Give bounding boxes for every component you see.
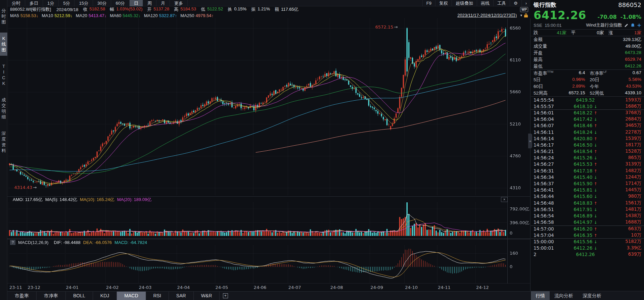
tick-row[interactable]: 14:56:246415.26 ↓865万 xyxy=(531,155,644,161)
indicator-tab[interactable]: 市盈率 xyxy=(7,292,37,300)
tick-row[interactable]: 14:55:576418.10 ↓1686万 xyxy=(531,103,644,109)
tick-list[interactable]: 14:55:546419.521593万14:55:576418.10 ↓168… xyxy=(531,97,644,258)
indicator-tab[interactable]: SAR xyxy=(169,292,194,300)
unlock-icon[interactable] xyxy=(524,13,528,17)
tick-row[interactable]: 14:55:546419.521593万 xyxy=(531,97,644,103)
pencil-icon[interactable] xyxy=(624,23,629,28)
period-toolbar: 分时多日1分5分15分30分60分日周月更多 F9 复权 超级叠加 画线 工具 … xyxy=(7,0,531,6)
y-axis-label: 792.00亿 xyxy=(510,206,530,212)
tick-row[interactable]: 14:56:046417.42 ↓2684万 xyxy=(531,116,644,122)
ma-label: MA120 xyxy=(144,13,158,18)
chevron-right-icon[interactable]: › xyxy=(521,0,531,6)
amo-values: AMO: 117.65亿MA(5): 148.42亿MA(10): 165.24… xyxy=(10,197,151,203)
tick-row[interactable]: 14:56:586414.97 ↓1688万 xyxy=(531,219,644,226)
field-label: 收 xyxy=(83,6,87,12)
add-indicator-icon[interactable]: + xyxy=(220,292,231,300)
quote-tab[interactable]: 行情 xyxy=(531,291,550,300)
adjust-price-button[interactable]: 复权 xyxy=(435,0,452,6)
volume-pane-header: AMO: 117.65亿MA(5): 148.42亿MA(10): 165.24… xyxy=(7,196,531,202)
plus-icon[interactable] xyxy=(637,23,641,28)
tick-row[interactable]: 14:56:376415.90 ↑1714万 xyxy=(531,180,644,187)
indicator-tab[interactable]: MACD xyxy=(117,292,146,300)
index-source: Wind主题行业指数 xyxy=(586,22,641,28)
tick-row[interactable]: 14:56:416415.81 ↓1445万 xyxy=(531,187,644,193)
tick-row[interactable]: 14:56:116418.24 ↓2278万 xyxy=(531,129,644,135)
tick-row[interactable]: 14:56:076418.46 ↑3465万 xyxy=(531,122,644,129)
sidebar-item[interactable]: 深度资料 xyxy=(0,128,7,156)
tick-row[interactable]: 14:56:176416.50 ↓1817万 xyxy=(531,142,644,148)
stat-row: 5日0.96%20日5.56% xyxy=(531,77,644,83)
tick-row[interactable]: 14:56:276415.53 ↑3139万 xyxy=(531,161,644,167)
tick-row[interactable]: 14:56:016418.22 ↑3768万 xyxy=(531,109,644,116)
period-button[interactable]: 分时 xyxy=(7,0,25,6)
exchange-time: SSE 15:00:01 xyxy=(534,23,562,28)
tick-row[interactable]: 15:00:016412.26 ↓3.39亿 xyxy=(531,245,644,251)
tick-row[interactable]: 14:56:486418.83 ↑1561万 xyxy=(531,200,644,206)
chevron-down-icon[interactable]: ▼ xyxy=(520,14,523,17)
field-value: 5122.52 xyxy=(207,6,223,12)
ma-values: MA5 5158.53↓MA10 5212.59↓MA20 5413.47↓MA… xyxy=(10,13,217,18)
ma-value: 4979.54↑ xyxy=(196,13,214,18)
close-icon[interactable]: × xyxy=(501,197,508,202)
help-icon[interactable]: ? xyxy=(10,240,15,245)
x-axis-label: 24-10 xyxy=(405,285,418,290)
field-label: 振 xyxy=(251,6,256,12)
ma-label: MA10 xyxy=(42,13,53,18)
macd-value: DEA: -66.0576 xyxy=(83,240,112,245)
tick-row[interactable]: 14:56:516417.91 ↓1481万 xyxy=(531,206,644,212)
quote-tab[interactable]: 流向分析 xyxy=(550,291,578,300)
period-button[interactable]: 更多 xyxy=(170,0,188,6)
period-button[interactable]: 月 xyxy=(156,0,170,6)
indicator-tab[interactable]: 市净率 xyxy=(37,292,66,300)
amo-value: MA(20): 189.09亿 xyxy=(117,197,152,203)
period-button[interactable]: 周 xyxy=(143,0,156,6)
tick-row[interactable]: 14:56:446415.60 ↓980万 xyxy=(531,193,644,200)
period-button[interactable]: 60分 xyxy=(111,0,129,6)
index-code: 886052 xyxy=(618,1,641,8)
tick-row[interactable]: 14:56:346415.40 ↓1244万 xyxy=(531,174,644,180)
period-button[interactable]: 30分 xyxy=(93,0,111,6)
period-button[interactable]: 15分 xyxy=(75,0,93,6)
draw-line-button[interactable]: 画线 xyxy=(477,0,493,6)
sidebar-item[interactable]: 成交明细 xyxy=(0,94,7,123)
indicator-tab[interactable]: W&R xyxy=(194,292,220,300)
sidebar-item[interactable]: 分时图 xyxy=(0,5,7,28)
period-button[interactable]: 1分 xyxy=(43,0,59,6)
sidebar-item[interactable]: K线图 xyxy=(0,33,7,56)
ma-label: MA250 xyxy=(180,13,194,18)
date-range-label[interactable]: 2023/11/17-2024/12/31(273日) xyxy=(457,12,517,18)
symbol-label: 886052.WI[银行指数] xyxy=(10,6,51,12)
f9-button[interactable]: F9 xyxy=(422,0,435,6)
indicator-tab[interactable]: BOLL xyxy=(66,292,93,300)
quote-panel: 银行指数 886052 6412.26 -70.08 -1.08% SSE 15… xyxy=(531,0,644,300)
bell-icon[interactable] xyxy=(631,23,635,28)
period-button[interactable]: 5分 xyxy=(59,0,75,6)
field-label: 额 xyxy=(275,6,279,12)
tick-row[interactable]: 14:56:146420.80 ↑1539万 xyxy=(531,135,644,142)
wp-window-icon[interactable]: WP xyxy=(520,7,528,12)
collapse-panel-handle[interactable]: » xyxy=(528,134,532,148)
x-axis-label: 24-06 xyxy=(254,285,267,290)
quote-tab[interactable]: 深度分析 xyxy=(578,291,606,300)
tick-row[interactable]: 14:57:006416.20 ↑663万 xyxy=(531,226,644,232)
sidebar-item[interactable]: TICK xyxy=(0,60,7,89)
tools-button[interactable]: 工具 xyxy=(493,0,510,6)
period-button[interactable]: 日 xyxy=(130,0,143,6)
indicator-tab[interactable]: KDJ xyxy=(93,292,117,300)
macd-values: DIF: -98.4488DEA: -66.0576MACD: -64.7824 xyxy=(51,240,147,245)
tick-row[interactable]: 26412.26639万 xyxy=(531,251,644,258)
gear-icon[interactable]: ⚙ xyxy=(510,0,521,6)
field-value: 5182.58 xyxy=(89,6,105,12)
super-overlay-button[interactable]: 超级叠加 xyxy=(452,0,477,6)
x-axis-label: 24-08 xyxy=(330,285,343,290)
indicator-tab[interactable]: RSI xyxy=(146,292,169,300)
tick-row[interactable]: 14:56:546416.89 ↓1438万 xyxy=(531,212,644,219)
indicator-tab-bar: 市盈率市净率BOLLKDJMACDRSISARW&R+ xyxy=(7,291,531,300)
stat-row: 最高6529.74 xyxy=(531,56,644,63)
period-button[interactable]: 多日 xyxy=(25,0,43,6)
y-axis-label: 0 xyxy=(510,264,512,269)
tick-row[interactable]: 14:56:316417.18 ↑1482万 xyxy=(531,167,644,174)
tick-row[interactable]: 15:00:006415.56 ↓5182万 xyxy=(531,238,644,245)
tick-row[interactable]: 14:56:216418.54 ↑1528万 xyxy=(531,148,644,155)
tick-row[interactable]: 14:57:046416.35 ↑10万 xyxy=(531,232,644,238)
